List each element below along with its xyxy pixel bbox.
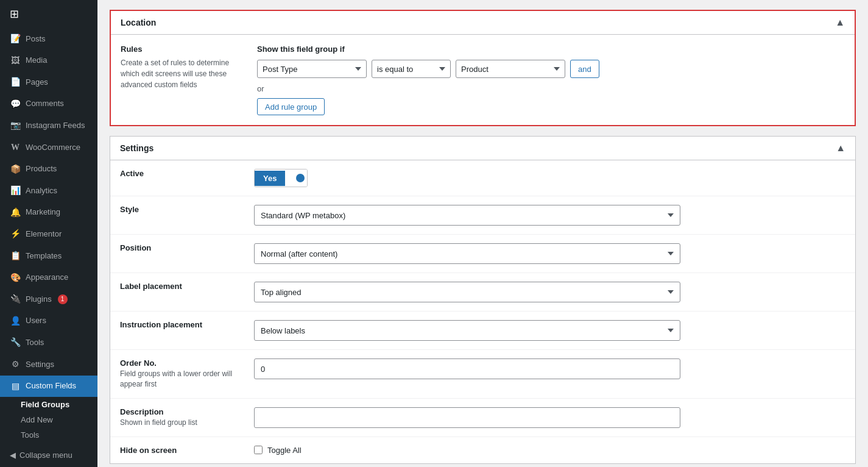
settings-row-label-placement: Label placement Top aligned Left aligned… — [110, 273, 855, 312]
active-label: Active — [120, 169, 254, 178]
toggle-all-checkbox[interactable] — [254, 446, 263, 454]
sidebar-item-media[interactable]: 🖼 Media — [0, 50, 97, 72]
settings-row-position: Position Normal (after content) Side Hig… — [110, 235, 855, 273]
description-sublabel: Shown in field group list — [120, 418, 254, 428]
settings-title: Settings — [120, 143, 153, 153]
active-toggle[interactable]: Yes — [254, 169, 308, 187]
settings-panel: Settings ▲ Active Yes Style — [110, 136, 856, 464]
main-content: Location ▲ Rules Create a set of rules t… — [97, 0, 868, 467]
sidebar-item-appearance[interactable]: 🎨 Appearance — [0, 267, 97, 289]
sidebar-item-elementor[interactable]: ⚡ Elementor — [0, 223, 97, 245]
appearance-icon: 🎨 — [10, 272, 21, 284]
position-label: Position — [120, 243, 254, 252]
media-icon: 🖼 — [10, 55, 21, 67]
sidebar-item-tools[interactable]: 🔧 Tools — [0, 332, 97, 354]
description-label: Description — [120, 407, 254, 416]
marketing-icon: 🔔 — [10, 207, 21, 219]
tools-icon: 🔧 — [10, 337, 21, 349]
elementor-icon: ⚡ — [10, 228, 21, 240]
sidebar-item-marketing[interactable]: 🔔 Marketing — [0, 202, 97, 224]
sidebar-logo: ⊞ — [0, 0, 97, 28]
location-rules-controls: Show this field group if Post Type Page … — [257, 45, 845, 115]
sidebar-item-plugins[interactable]: 🔌 Plugins 1 — [0, 288, 97, 310]
rule-row: Post Type Page User Media is equal to is… — [257, 60, 845, 78]
product-select[interactable]: Product Post Page Custom — [456, 60, 565, 78]
toggle-all-label[interactable]: Toggle All — [267, 446, 302, 455]
location-panel: Location ▲ Rules Create a set of rules t… — [110, 10, 856, 126]
sidebar-item-posts[interactable]: 📝 Posts — [0, 28, 97, 50]
rules-label: Rules — [121, 45, 242, 54]
sidebar-item-comments[interactable]: 💬 Comments — [0, 93, 97, 115]
instagram-icon: 📷 — [10, 119, 21, 132]
toggle-knob — [296, 174, 305, 182]
description-input[interactable] — [254, 407, 680, 428]
posts-icon: 📝 — [10, 33, 21, 45]
location-title: Location — [121, 18, 156, 27]
toggle-yes-button[interactable]: Yes — [255, 171, 285, 186]
is-equal-select[interactable]: is equal to is not equal to — [372, 60, 451, 78]
and-button[interactable]: and — [570, 60, 599, 78]
order-no-label: Order No. — [120, 358, 254, 368]
post-type-select[interactable]: Post Type Page User Media — [257, 60, 367, 78]
sidebar: ⊞ 📝 Posts 🖼 Media 📄 Pages 💬 Comments 📷 I… — [0, 0, 97, 467]
sidebar-item-woocommerce[interactable]: W WooCommerce — [0, 137, 97, 159]
location-rules-description: Rules Create a set of rules to determine… — [121, 45, 242, 115]
or-label: or — [257, 84, 845, 93]
settings-row-description: Description Shown in field group list — [110, 399, 855, 437]
hide-on-screen-label: Hide on screen — [120, 446, 254, 455]
templates-icon: 📋 — [10, 250, 21, 262]
style-select[interactable]: Standard (WP metabox) Seamless (no metab… — [254, 205, 680, 226]
settings-row-instruction-placement: Instruction placement Below labels Below… — [110, 312, 855, 350]
collapse-icon: ◀ — [10, 451, 16, 460]
rules-description-text: Create a set of rules to determine which… — [121, 57, 242, 90]
location-collapse-arrow[interactable]: ▲ — [835, 17, 845, 28]
instruction-placement-label: Instruction placement — [120, 320, 254, 329]
plugins-icon: 🔌 — [10, 293, 21, 305]
label-placement-select[interactable]: Top aligned Left aligned Hidden — [254, 282, 680, 302]
order-no-sublabel: Field groups with a lower order will app… — [120, 369, 254, 390]
location-body: Rules Create a set of rules to determine… — [111, 35, 855, 125]
woo-icon: W — [10, 141, 21, 154]
products-icon: 📦 — [10, 163, 21, 176]
sidebar-sub-item-tools[interactable]: Tools — [0, 427, 97, 443]
position-select[interactable]: Normal (after content) Side High (after … — [254, 243, 680, 264]
collapse-menu-button[interactable]: ◀ Collapse menu — [0, 443, 97, 467]
sidebar-item-instagram[interactable]: 📷 Instagram Feeds — [0, 115, 97, 137]
sidebar-item-pages[interactable]: 📄 Pages — [0, 71, 97, 93]
settings-row-active: Active Yes — [110, 160, 855, 196]
sidebar-item-custom-fields[interactable]: ▤ Custom Fields — [0, 376, 97, 397]
sidebar-sub-item-field-groups[interactable]: Field Groups — [0, 397, 97, 412]
comments-icon: 💬 — [10, 98, 21, 110]
sidebar-item-templates[interactable]: 📋 Templates — [0, 245, 97, 267]
sidebar-item-settings[interactable]: ⚙ Settings — [0, 354, 97, 376]
toggle-track[interactable] — [285, 169, 307, 187]
show-field-group-label: Show this field group if — [257, 45, 845, 54]
settings-icon: ⚙ — [10, 358, 21, 371]
style-label: Style — [120, 205, 254, 214]
sidebar-item-users[interactable]: 👤 Users — [0, 310, 97, 332]
add-rule-group-button[interactable]: Add rule group — [257, 98, 325, 115]
pages-icon: 📄 — [10, 76, 21, 88]
settings-row-style: Style Standard (WP metabox) Seamless (no… — [110, 196, 855, 235]
location-panel-header: Location ▲ — [111, 11, 855, 35]
settings-panel-header: Settings ▲ — [110, 137, 855, 160]
settings-collapse-arrow[interactable]: ▲ — [836, 143, 845, 154]
sidebar-item-products[interactable]: 📦 Products — [0, 159, 97, 180]
plugins-badge: 1 — [58, 294, 68, 304]
instruction-placement-select[interactable]: Below labels Below fields Hidden — [254, 320, 680, 341]
settings-row-hide-on-screen: Hide on screen Toggle All — [110, 437, 855, 463]
order-no-input[interactable] — [254, 358, 680, 379]
users-icon: 👤 — [10, 315, 21, 327]
custom-fields-icon: ▤ — [10, 380, 21, 393]
sidebar-item-analytics[interactable]: 📊 Analytics — [0, 180, 97, 202]
sidebar-sub-item-add-new[interactable]: Add New — [0, 412, 97, 427]
toggle-all-row: Toggle All — [254, 446, 845, 455]
analytics-icon: 📊 — [10, 185, 21, 197]
settings-row-order-no: Order No. Field groups with a lower orde… — [110, 350, 855, 399]
label-placement-label: Label placement — [120, 282, 254, 291]
